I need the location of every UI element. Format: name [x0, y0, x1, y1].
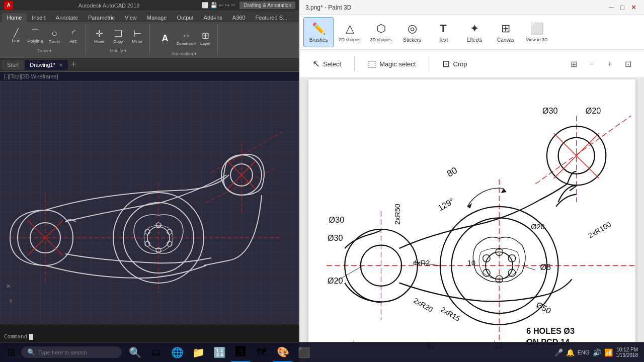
workspace-selector[interactable]: Drafting & Annotation: [239, 2, 295, 9]
svg-text:Ø20: Ø20: [531, 223, 544, 231]
ribbon-btn-circle[interactable]: ○ Circle: [45, 26, 63, 46]
ribbon-btn-layer[interactable]: ⊞ Layer: [196, 28, 214, 48]
ribbon-group-draw: ╱ Line ⌒ Polyline ○ Circle ◜ Arc: [4, 24, 86, 55]
tray-network[interactable]: 📶: [604, 348, 613, 356]
ribbon-tab-annotate[interactable]: Annotate: [51, 13, 83, 22]
minimize-btn[interactable]: ─: [607, 3, 616, 12]
ribbon-btn-mirror[interactable]: ⊢ Mirror: [128, 26, 146, 46]
move-icon: ✛: [96, 29, 103, 38]
doc-tab-close[interactable]: ✕: [59, 62, 63, 68]
svg-text:2xR50: 2xR50: [393, 204, 401, 225]
svg-line-72: [336, 265, 363, 282]
paint3d-titlebar: 3.png* - Paint 3D ─ □ ✕: [299, 0, 644, 15]
ribbon-btn-text[interactable]: A: [154, 26, 176, 50]
ribbon-btn-copy-label: Copy: [114, 39, 123, 44]
copy-icon: ❑: [114, 29, 122, 38]
ribbon-tab-parametric[interactable]: Parametric: [83, 13, 120, 22]
ribbon-tab-a360[interactable]: A360: [227, 13, 251, 22]
ribbon-btn-polyline-label: Polyline: [27, 39, 43, 44]
tool-btn-effects[interactable]: ✦ Effects: [459, 17, 490, 47]
doc-tab-drawing1[interactable]: Drawing1* ✕: [25, 60, 68, 70]
mirror-icon: ⊢: [133, 29, 141, 38]
ribbon-tab-manage[interactable]: Manage: [142, 13, 172, 22]
search-input[interactable]: [38, 349, 114, 355]
circle-icon: ○: [51, 28, 57, 38]
crop-btn[interactable]: ⊡ Crop: [437, 55, 472, 72]
zoom-in-btn[interactable]: ＋: [602, 56, 618, 72]
select-label: Select: [323, 60, 341, 68]
tool-btn-brushes[interactable]: ✏️ Brushes: [303, 17, 334, 47]
ribbon-btn-mirror-label: Mirror: [132, 39, 143, 44]
tool-btn-3d-shapes[interactable]: ⬡ 3D shapes: [366, 17, 396, 47]
task-paint3d[interactable]: 🎨: [273, 343, 293, 362]
zoom-out-btn[interactable]: －: [584, 56, 600, 72]
magic-select-btn[interactable]: ⬚ Magic select: [363, 55, 421, 72]
task-explorer[interactable]: 📁: [188, 343, 208, 362]
svg-text:2xR100: 2xR100: [587, 220, 612, 239]
tool-btn-view3d[interactable]: ⬜ View in 3D: [522, 17, 552, 47]
command-cursor: [29, 334, 33, 340]
ribbon-btn-arc[interactable]: ◜ Arc: [64, 26, 83, 46]
window-controls: ─ □ ✕: [607, 3, 638, 12]
ribbon-btn-polyline[interactable]: ⌒ Polyline: [26, 26, 44, 46]
task-terminal[interactable]: ⬛: [294, 343, 314, 362]
doc-tab-start[interactable]: Start: [2, 60, 24, 70]
select-icon: ↖: [312, 58, 320, 69]
search-icon: 🔍: [27, 348, 35, 356]
annotation-group-label: Annotation ▾: [172, 51, 197, 56]
system-time[interactable]: 10:12 PM 1/19/2018: [616, 347, 638, 358]
paint3d-actions: ↖ Select ⬚ Magic select ⊡ Crop ⊞ － ＋ ⊡: [299, 50, 644, 78]
ribbon-tab-output[interactable]: Output: [172, 13, 199, 22]
select-btn[interactable]: ↖ Select: [307, 55, 346, 72]
view-icons: ⊞ － ＋ ⊡: [566, 56, 636, 72]
2d-shapes-icon: △: [346, 22, 354, 35]
3d-shapes-icon: ⬡: [376, 22, 386, 35]
tool-btn-stickers[interactable]: ◎ Stickers: [397, 17, 427, 47]
tray-lang[interactable]: ENG: [578, 349, 590, 355]
zoom-fit-btn[interactable]: ⊡: [620, 56, 636, 72]
taskbar-search-box[interactable]: 🔍: [21, 346, 122, 358]
tool-text-label: Text: [439, 37, 448, 43]
ribbon-content: ╱ Line ⌒ Polyline ○ Circle ◜ Arc: [0, 22, 299, 57]
new-tab-btn[interactable]: +: [69, 59, 78, 70]
ribbon-tab-addins[interactable]: Add-ins: [199, 13, 227, 22]
task-maps[interactable]: 🗺: [252, 343, 272, 362]
task-cortana[interactable]: 🔍: [125, 343, 145, 362]
start-button[interactable]: ⊞: [2, 343, 20, 361]
ribbon-btn-line[interactable]: ╱ Line: [7, 26, 25, 46]
ribbon-tab-featured[interactable]: Featured S...: [251, 13, 293, 22]
task-calculator[interactable]: 🔢: [209, 343, 229, 362]
magic-select-label: Magic select: [379, 60, 416, 68]
ribbon-btn-copy[interactable]: ❑ Copy: [109, 26, 127, 46]
task-autocad[interactable]: 🅰: [230, 343, 251, 362]
task-chrome[interactable]: 🌐: [167, 343, 187, 362]
autocad-drawing-area[interactable]: Y ✕: [0, 81, 299, 324]
ribbon-tab-home[interactable]: Home: [2, 13, 27, 22]
task-taskview[interactable]: 🗂: [146, 343, 166, 362]
tray-notification[interactable]: 🔔: [566, 348, 575, 356]
ribbon-btn-move[interactable]: ✛ Move: [90, 26, 108, 46]
doc-tabs: Start Drawing1* ✕ +: [0, 58, 299, 72]
grid-view-btn[interactable]: ⊞: [566, 56, 582, 72]
tray-volume[interactable]: 🔊: [593, 348, 601, 356]
ribbon-btn-arc-label: Arc: [70, 39, 77, 44]
close-btn[interactable]: ✕: [629, 3, 638, 12]
svg-text:Y: Y: [9, 298, 13, 304]
crop-icon: ⊡: [442, 58, 450, 69]
svg-text:Ø20: Ø20: [327, 276, 343, 285]
tool-btn-2d-shapes[interactable]: △ 2D shapes: [335, 17, 365, 47]
ribbon-tab-view[interactable]: View: [120, 13, 142, 22]
tool-btn-text[interactable]: T Text: [428, 17, 458, 47]
maximize-btn[interactable]: □: [618, 3, 627, 12]
tool-btn-canvas[interactable]: ⊞ Canvas: [491, 17, 521, 47]
ribbon-btn-dimension-label: Dimension: [177, 41, 196, 46]
paint3d-canvas-area[interactable]: Ø30 Ø20 Ø30 80 129° 2xR50 Ø20 2xR100 Ø30…: [299, 78, 644, 362]
ribbon-tab-insert[interactable]: Insert: [27, 13, 51, 22]
brushes-icon: ✏️: [312, 22, 326, 35]
ribbon-btn-dimension[interactable]: ↔ Dimension: [177, 28, 195, 48]
viewport-label: [-][Top][2D Wireframe]: [0, 72, 299, 81]
svg-line-28: [535, 116, 631, 184]
svg-line-4: [211, 132, 282, 172]
action-divider-1: [354, 56, 355, 71]
tray-mic[interactable]: 🎤: [554, 348, 563, 356]
